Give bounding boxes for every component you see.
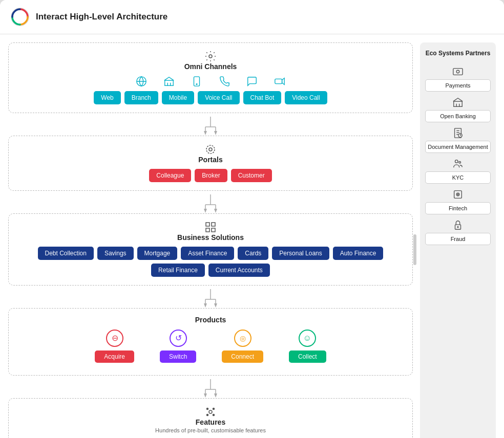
svg-marker-30 — [204, 393, 207, 398]
connector-4 — [8, 379, 413, 398]
business-solutions-section: Business Solutions Debt Collection Savin… — [8, 213, 413, 286]
svg-point-7 — [196, 84, 197, 85]
connector-1 — [8, 116, 413, 136]
fintech-icon — [452, 189, 464, 200]
svg-point-34 — [213, 408, 215, 410]
svg-text:↺: ↺ — [175, 334, 181, 342]
svg-marker-21 — [214, 303, 217, 308]
connector-3 — [8, 289, 413, 308]
chip-chat-bot[interactable]: Chat Bot — [243, 91, 282, 104]
chip-customer[interactable]: Customer — [231, 169, 272, 182]
acquire-col: ⊖ Acquire — [95, 329, 134, 363]
svg-point-70 — [457, 227, 458, 228]
chip-mobile[interactable]: Mobile — [162, 91, 194, 104]
svg-rect-8 — [275, 79, 282, 83]
features-title: Features — [196, 418, 225, 426]
chip-web[interactable]: Web — [94, 91, 120, 104]
voice-call-icon — [219, 76, 230, 87]
fraud-button[interactable]: Fraud — [425, 233, 491, 245]
svg-point-12 — [209, 148, 212, 151]
chat-bot-icon-col — [246, 76, 258, 87]
business-solutions-header: Business Solutions — [17, 221, 404, 242]
portals-section: Portals Colleague Broker Customer — [8, 136, 413, 191]
chip-branch[interactable]: Branch — [124, 91, 158, 104]
sidebar-item-fintech: Fintech — [425, 189, 491, 214]
business-solutions-title: Business Solutions — [177, 233, 244, 242]
svg-point-68 — [457, 194, 458, 195]
chip-auto[interactable]: Auto Finance — [333, 247, 384, 260]
channel-chips: Web Branch Mobile Voice Call Chat Bot Vi… — [17, 91, 404, 104]
svg-point-13 — [206, 145, 215, 154]
branch-icon — [163, 76, 175, 87]
portals-title: Portals — [198, 156, 222, 164]
acquire-icon: ⊖ — [106, 329, 124, 347]
svg-rect-17 — [212, 223, 215, 226]
ecosystem-title: Eco Systems Partners — [426, 50, 491, 57]
svg-point-36 — [213, 414, 215, 416]
features-icon — [204, 406, 217, 418]
open-banking-button[interactable]: Open Banking — [425, 110, 491, 122]
scrollbar-indicator[interactable] — [413, 234, 416, 265]
svg-marker-11 — [214, 131, 217, 135]
omni-channels-title: Omni Channels — [184, 62, 237, 71]
chip-connect[interactable]: Connect — [222, 351, 263, 363]
chip-voice-call[interactable]: Voice Call — [198, 91, 239, 104]
chip-asset[interactable]: Asset Finance — [181, 247, 234, 260]
chip-cards[interactable]: Cards — [238, 247, 268, 260]
omni-channels-section: Omni Channels — [8, 42, 413, 113]
collect-icon: ☺ — [298, 329, 317, 347]
omni-channels-header: Omni Channels — [17, 50, 404, 71]
connect-col: ◎ Connect — [222, 329, 263, 363]
sidebar-item-doc-mgmt: Document Management — [425, 127, 491, 153]
diagram-area: Omni Channels — [8, 42, 413, 438]
svg-point-65 — [459, 161, 461, 163]
main-window: Interact High-Level Architecture Omni Ch… — [0, 0, 504, 438]
chip-video-call[interactable]: Video Call — [285, 91, 327, 104]
fintech-button[interactable]: Fintech — [425, 202, 491, 214]
products-section: Products ⊖ Acquire — [8, 308, 413, 376]
svg-point-1 — [209, 55, 212, 58]
chip-mortgage[interactable]: Mortgage — [137, 247, 178, 260]
sidebar-item-fraud: Fraud — [425, 220, 491, 245]
sidebar-item-open-banking: Open Banking — [425, 97, 491, 122]
features-section: Features Hundreds of pre-built, customis… — [8, 398, 413, 438]
business-solutions-icon — [204, 221, 217, 233]
svg-point-64 — [455, 160, 458, 163]
svg-point-0 — [11, 8, 29, 26]
chip-debt[interactable]: Debt Collection — [38, 247, 94, 260]
ecosystem-sidebar: Eco Systems Partners Payments Open Banki… — [420, 42, 496, 438]
sidebar-item-payments: Payments — [425, 66, 491, 92]
products-header: Products — [17, 316, 404, 324]
svg-point-35 — [207, 414, 208, 416]
chip-colleague[interactable]: Colleague — [149, 169, 191, 182]
chip-retail[interactable]: Retail Finance — [151, 264, 205, 277]
payments-button[interactable]: Payments — [425, 79, 491, 92]
branch-icon-col — [163, 76, 175, 87]
svg-rect-3 — [165, 80, 174, 85]
business-chips: Debt Collection Savings Mortgage Asset F… — [17, 247, 404, 277]
features-subtitle: Hundreds of pre-built, customisable feat… — [155, 427, 266, 433]
chip-current[interactable]: Current Accounts — [208, 264, 270, 277]
chip-acquire[interactable]: Acquire — [95, 351, 134, 363]
svg-rect-19 — [212, 228, 215, 232]
kyc-button[interactable]: KYC — [425, 171, 491, 184]
payments-icon — [452, 66, 464, 77]
switch-col: ↺ Switch — [160, 329, 196, 363]
main-content: Omni Channels — [0, 34, 504, 438]
document-management-icon — [452, 127, 464, 139]
chip-broker[interactable]: Broker — [195, 169, 227, 182]
document-management-button[interactable]: Document Management — [425, 141, 491, 153]
chip-collect[interactable]: Collect — [289, 351, 326, 363]
chip-savings[interactable]: Savings — [97, 247, 134, 260]
chip-personal[interactable]: Personal Loans — [272, 247, 329, 260]
chip-switch[interactable]: Switch — [160, 351, 196, 363]
portal-chips: Colleague Broker Customer — [17, 169, 404, 182]
svg-rect-52 — [453, 69, 463, 75]
web-icon — [136, 76, 147, 87]
features-header: Features Hundreds of pre-built, customis… — [17, 406, 404, 433]
svg-text:☺: ☺ — [303, 334, 311, 342]
fraud-icon — [452, 220, 464, 231]
mobile-icon-col — [191, 76, 202, 87]
svg-text:◎: ◎ — [240, 334, 246, 342]
portals-header: Portals — [17, 143, 404, 164]
